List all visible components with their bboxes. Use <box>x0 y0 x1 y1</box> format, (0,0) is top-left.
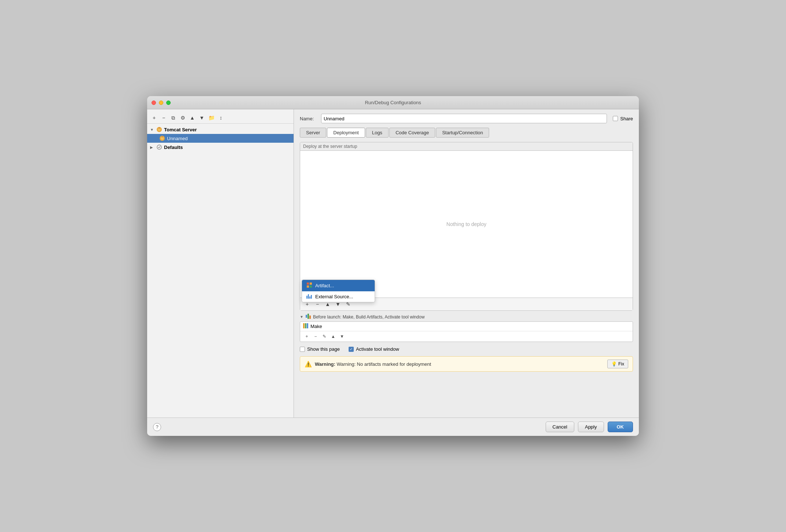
svg-rect-9 <box>307 285 309 288</box>
titlebar: Run/Debug Configurations <box>147 96 639 109</box>
fix-label: Fix <box>618 361 624 367</box>
sidebar-item-defaults[interactable]: ▶ Defaults <box>147 143 294 152</box>
cancel-button[interactable]: Cancel <box>546 422 574 432</box>
tomcat-icon <box>156 126 163 133</box>
deploy-area: Nothing to deploy <box>300 151 633 298</box>
fix-icon: 💡 <box>611 361 617 367</box>
svg-rect-13 <box>309 296 310 299</box>
deploy-section: Deploy at the server startup Nothing to … <box>300 142 633 311</box>
add-config-button[interactable]: + <box>150 114 158 122</box>
svg-rect-19 <box>305 323 306 328</box>
right-panel: Name: Share Server Deployment Logs Code … <box>294 109 639 418</box>
close-button[interactable] <box>152 101 156 105</box>
tab-code-coverage[interactable]: Code Coverage <box>389 128 435 138</box>
activate-window-label: Activate tool window <box>356 346 399 352</box>
svg-rect-18 <box>303 323 305 328</box>
main-window: Run/Debug Configurations + − ⧉ ⚙ ▲ ▼ 📁 ↕… <box>147 96 639 436</box>
bl-move-down-button[interactable]: ▼ <box>338 333 346 340</box>
tab-server[interactable]: Server <box>300 128 326 138</box>
deploy-toolbar: + − ▲ ▼ ✎ <box>300 298 633 310</box>
svg-rect-2 <box>159 128 160 128</box>
name-input[interactable] <box>321 114 607 123</box>
before-launch-arrow: ▼ <box>300 315 303 319</box>
dropdown-artifact-label: Artifact... <box>315 283 334 288</box>
window-title: Run/Debug Configurations <box>365 100 421 105</box>
before-launch-icon <box>306 314 311 320</box>
sort-config-button[interactable]: ↕ <box>217 114 225 122</box>
external-source-icon <box>306 294 312 300</box>
tabs: Server Deployment Logs Code Coverage Sta… <box>300 128 633 138</box>
svg-rect-15 <box>306 315 307 318</box>
apply-button[interactable]: Apply <box>578 422 604 432</box>
dropdown-external-label: External Source... <box>315 294 353 299</box>
dropdown-item-artifact[interactable]: Artifact... <box>302 280 375 291</box>
svg-rect-17 <box>309 316 311 319</box>
share-label: Share <box>620 116 633 121</box>
dropdown-item-external-source[interactable]: External Source... <box>302 291 375 302</box>
maximize-button[interactable] <box>166 101 171 105</box>
unnamed-icon <box>159 135 165 142</box>
warning-text: Warning: Warning: No artifacts marked fo… <box>315 361 604 367</box>
warning-bar: ⚠️ Warning: Warning: No artifacts marked… <box>300 356 633 372</box>
svg-rect-20 <box>307 323 308 328</box>
fix-button[interactable]: 💡 Fix <box>607 360 628 368</box>
move-down-config-button[interactable]: ▼ <box>198 114 206 122</box>
activate-window-checkbox[interactable] <box>349 347 354 352</box>
defaults-icon <box>156 144 163 150</box>
help-button[interactable]: ? <box>153 423 161 431</box>
move-up-config-button[interactable]: ▲ <box>188 114 196 122</box>
tab-deployment[interactable]: Deployment <box>327 128 365 138</box>
bl-edit-button[interactable]: ✎ <box>321 333 328 340</box>
minimize-button[interactable] <box>159 101 163 105</box>
svg-point-4 <box>161 137 164 140</box>
traffic-lights <box>152 101 171 105</box>
folder-config-button[interactable]: 📁 <box>207 114 215 122</box>
deploy-empty-text: Nothing to deploy <box>447 221 487 227</box>
svg-rect-8 <box>310 283 312 285</box>
svg-point-1 <box>158 128 161 131</box>
unnamed-label: Unnamed <box>167 136 188 141</box>
bl-move-up-button[interactable]: ▲ <box>330 333 337 340</box>
sidebar-item-unnamed[interactable]: Unnamed <box>147 134 294 143</box>
remove-config-button[interactable]: − <box>160 114 168 122</box>
svg-rect-11 <box>306 296 308 299</box>
main-content: + − ⧉ ⚙ ▲ ▼ 📁 ↕ ▼ Tomcat S <box>147 109 639 418</box>
warning-icon: ⚠️ <box>305 361 312 368</box>
bl-remove-button[interactable]: − <box>312 333 319 340</box>
tab-startup[interactable]: Startup/Connection <box>436 128 489 138</box>
defaults-arrow: ▶ <box>150 145 156 149</box>
svg-rect-16 <box>308 314 309 319</box>
deploy-dropdown-menu: Artifact... External <box>302 280 375 302</box>
tab-logs[interactable]: Logs <box>366 128 389 138</box>
svg-rect-7 <box>307 283 309 285</box>
svg-rect-14 <box>311 295 312 299</box>
settings-config-button[interactable]: ⚙ <box>179 114 187 122</box>
bottom-bar: ? Cancel Apply OK <box>147 418 639 436</box>
defaults-label: Defaults <box>164 145 183 150</box>
share-row: Share <box>613 116 633 121</box>
sidebar: + − ⧉ ⚙ ▲ ▼ 📁 ↕ ▼ Tomcat S <box>147 109 294 418</box>
option-activate-window[interactable]: Activate tool window <box>349 346 399 352</box>
before-launch-item-make: Make <box>300 322 633 331</box>
options-row: Show this page Activate tool window <box>300 345 633 353</box>
before-launch-toolbar: + − ✎ ▲ ▼ <box>300 331 633 342</box>
option-show-page[interactable]: Show this page <box>300 346 340 352</box>
svg-rect-12 <box>308 294 309 299</box>
copy-config-button[interactable]: ⧉ <box>169 114 177 122</box>
sidebar-item-tomcat[interactable]: ▼ Tomcat Server <box>147 125 294 134</box>
name-label: Name: <box>300 116 318 121</box>
deploy-header: Deploy at the server startup <box>300 142 633 151</box>
sidebar-toolbar: + − ⧉ ⚙ ▲ ▼ 📁 ↕ <box>147 112 294 124</box>
show-page-checkbox[interactable] <box>300 347 305 352</box>
ok-button[interactable]: OK <box>608 422 633 432</box>
before-launch-list: Make + − ✎ ▲ ▼ <box>300 321 633 342</box>
show-page-label: Show this page <box>307 346 340 352</box>
svg-rect-5 <box>161 136 163 137</box>
make-icon <box>303 323 308 329</box>
before-launch-label: Before launch: Make, Build Artifacts, Ac… <box>313 314 425 320</box>
share-checkbox[interactable] <box>613 116 618 121</box>
before-launch-header: ▼ Before launch: Make, Build Artifacts, … <box>300 314 633 320</box>
before-launch-section: ▼ Before launch: Make, Build Artifacts, … <box>300 314 633 342</box>
bl-add-button[interactable]: + <box>303 333 310 340</box>
name-row: Name: Share <box>300 114 633 123</box>
